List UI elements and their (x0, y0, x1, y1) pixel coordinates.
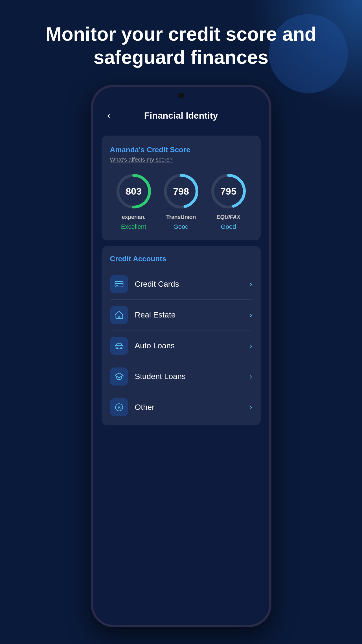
account-item-auto-loans[interactable]: Auto Loans › (110, 330, 252, 361)
account-label-real-estate: Real Estate (135, 310, 250, 319)
score-value-equifax: 795 (220, 186, 236, 197)
credit-card-icon-wrap (110, 275, 128, 293)
bureau-name-equifax: EQUIFAX (216, 214, 240, 220)
score-value-transunion: 798 (173, 186, 189, 197)
auto-loans-icon-wrap (110, 337, 128, 355)
chevron-credit-cards: › (249, 280, 252, 289)
score-value-experian: 803 (126, 186, 142, 197)
account-label-other: Other (135, 403, 250, 412)
credit-score-title: Amanda's Credit Score (110, 145, 252, 154)
svg-rect-7 (115, 283, 123, 284)
hero-section: Monitor your credit score and safeguard … (0, 23, 362, 69)
credit-score-subtitle[interactable]: What's affects my score? (110, 156, 252, 163)
phone-outer: ‹ Financial Identity Amanda's Credit Sco… (91, 85, 271, 627)
bureau-name-experian: experian. (122, 214, 145, 220)
account-item-real-estate[interactable]: Real Estate › (110, 300, 252, 330)
chevron-real-estate: › (249, 310, 252, 319)
svg-rect-10 (115, 345, 123, 348)
chevron-auto-loans: › (249, 341, 252, 350)
account-item-credit-cards[interactable]: Credit Cards › (110, 269, 252, 300)
phone-camera (178, 93, 184, 98)
gauge-transunion: 798 (161, 171, 201, 211)
score-rating-experian: Excellent (121, 223, 146, 230)
credit-score-card: Amanda's Credit Score What's affects my … (102, 136, 261, 240)
account-label-student-loans: Student Loans (135, 372, 250, 381)
account-label-credit-cards: Credit Cards (135, 280, 250, 289)
chevron-student-loans: › (249, 372, 252, 381)
score-rating-equifax: Good (221, 223, 236, 230)
gauge-equifax: 795 (209, 171, 248, 211)
hero-title: Monitor your credit score and safeguard … (23, 23, 339, 69)
bureau-name-transunion: TransUnion (166, 214, 196, 220)
screen-title: Financial Identity (144, 110, 218, 121)
home-icon (114, 310, 124, 320)
account-item-other[interactable]: $ Other › (110, 392, 252, 423)
credit-accounts-card: Credit Accounts Credit Cards › (102, 246, 261, 425)
svg-rect-8 (116, 285, 118, 286)
svg-point-12 (120, 347, 122, 349)
credit-accounts-title: Credit Accounts (110, 254, 252, 263)
svg-point-11 (116, 347, 118, 349)
other-icon-wrap: $ (110, 398, 128, 416)
svg-rect-9 (118, 316, 120, 319)
gauge-experian: 803 (114, 171, 153, 211)
svg-text:$: $ (117, 404, 120, 410)
dollar-icon: $ (114, 402, 124, 412)
graduation-icon (114, 372, 124, 381)
account-label-auto-loans: Auto Loans (135, 341, 250, 350)
score-transunion: 798 TransUnion Good (161, 171, 201, 230)
score-rating-transunion: Good (174, 223, 189, 230)
scores-row: 803 experian. Excellent 798 (110, 171, 252, 230)
real-estate-icon-wrap (110, 306, 128, 324)
account-item-student-loans[interactable]: Student Loans › (110, 361, 252, 392)
phone-screen: ‹ Financial Identity Amanda's Credit Sco… (93, 87, 269, 625)
score-experian: 803 experian. Excellent (114, 171, 153, 230)
back-button[interactable]: ‹ (104, 107, 113, 124)
car-icon (114, 341, 124, 351)
student-loans-icon-wrap (110, 367, 128, 386)
chevron-other: › (249, 403, 252, 412)
credit-card-icon (114, 279, 124, 289)
score-equifax: 795 EQUIFAX Good (209, 171, 248, 230)
phone-mockup: ‹ Financial Identity Amanda's Credit Sco… (91, 85, 271, 627)
